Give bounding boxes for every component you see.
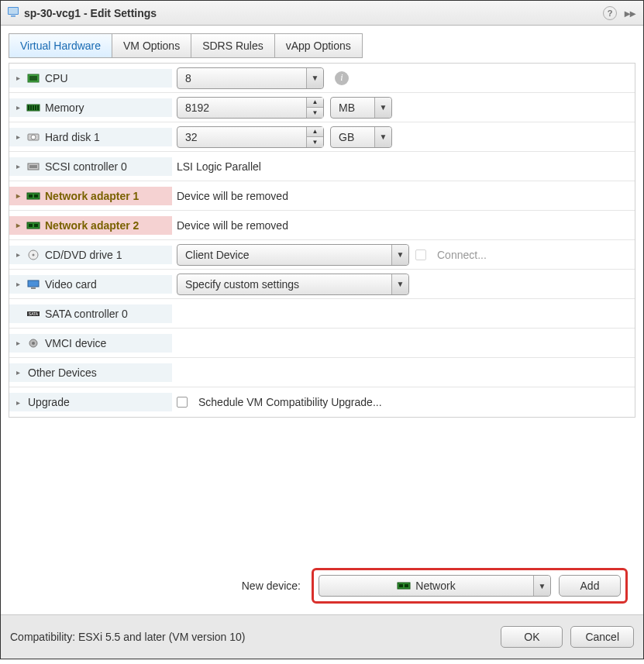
row-scsi: ▸ SCSI controller 0 LSI Logic Parallel <box>9 152 635 181</box>
add-button[interactable]: Add <box>559 575 621 597</box>
expand-icon[interactable]: ▸▸ <box>623 6 637 20</box>
upgrade-checkbox[interactable] <box>177 397 188 408</box>
svg-point-28 <box>32 342 35 345</box>
harddisk-input[interactable]: 32 ▲▼ <box>177 126 324 148</box>
new-device-area: New device: Network ▼ Add <box>9 557 635 614</box>
cddvd-label: CD/DVD drive 1 <box>45 249 122 261</box>
sata-icon: SATA <box>26 308 40 319</box>
edit-settings-dialog: sp-30-vcg1 - Edit Settings ? ▸▸ Virtual … <box>0 0 644 659</box>
expand-icon[interactable]: ▸ <box>14 339 22 347</box>
svg-rect-17 <box>34 194 38 198</box>
expand-icon[interactable]: ▸ <box>14 163 22 170</box>
spinner-up-icon[interactable]: ▲ <box>307 98 323 108</box>
help-icon[interactable]: ? <box>603 6 617 20</box>
dropdown-icon: ▼ <box>533 576 550 596</box>
cancel-button[interactable]: Cancel <box>570 626 634 648</box>
expand-icon[interactable]: ▸ <box>14 192 22 200</box>
gear-icon <box>26 338 40 349</box>
spinner-down-icon[interactable]: ▼ <box>307 108 323 118</box>
svg-text:SATA: SATA <box>29 311 39 316</box>
expand-icon[interactable]: ▸ <box>14 104 22 112</box>
info-icon[interactable]: i <box>335 71 349 85</box>
window-title: sp-30-vcg1 - Edit Settings <box>24 7 157 19</box>
expand-icon[interactable]: ▸ <box>14 222 22 229</box>
tab-virtual-hardware[interactable]: Virtual Hardware <box>9 33 112 58</box>
titlebar: sp-30-vcg1 - Edit Settings ? ▸▸ <box>1 1 643 26</box>
expand-icon[interactable]: ▸ <box>14 369 22 377</box>
ok-button[interactable]: OK <box>501 626 563 648</box>
row-video: ▸ Video card Specify custom settings ▼ <box>9 270 635 299</box>
scsi-icon <box>26 161 40 172</box>
tabs: Virtual Hardware VM Options SDRS Rules v… <box>9 33 635 58</box>
svg-rect-10 <box>37 105 39 110</box>
svg-rect-4 <box>29 76 37 81</box>
compatibility-text: Compatibility: ESXi 5.5 and later (VM ve… <box>10 631 245 643</box>
video-select[interactable]: Specify custom settings ▼ <box>177 274 409 295</box>
connect-label: Connect... <box>437 249 487 261</box>
dialog-footer: Compatibility: ESXi 5.5 and later (VM ve… <box>1 614 643 659</box>
disc-icon <box>26 249 40 260</box>
spinner-down-icon[interactable]: ▼ <box>307 137 323 147</box>
svg-rect-20 <box>34 224 38 227</box>
svg-rect-8 <box>33 105 34 110</box>
tab-vapp-options[interactable]: vApp Options <box>274 33 363 58</box>
svg-rect-31 <box>405 584 408 587</box>
dropdown-icon: ▼ <box>374 127 391 147</box>
row-harddisk: ▸ Hard disk 1 32 ▲▼ GB ▼ <box>9 122 635 152</box>
upgrade-checkbox-label: Schedule VM Compatibility Upgrade... <box>198 396 382 408</box>
svg-rect-9 <box>35 105 36 110</box>
svg-rect-6 <box>28 105 29 110</box>
expand-icon[interactable]: ▸ <box>14 280 22 288</box>
row-cpu: ▸ CPU 8 ▼ i <box>9 64 635 93</box>
memory-label: Memory <box>45 101 84 114</box>
memory-unit-select[interactable]: MB ▼ <box>330 97 392 119</box>
hardware-table: ▸ CPU 8 ▼ i ▸ <box>9 63 635 418</box>
svg-rect-2 <box>11 15 15 17</box>
expand-icon[interactable]: ▸ <box>14 74 22 82</box>
cddvd-select[interactable]: Client Device ▼ <box>177 244 409 266</box>
sata-label: SATA controller 0 <box>45 308 128 320</box>
expand-icon[interactable]: ▸ <box>14 133 22 141</box>
cpu-label: CPU <box>45 72 68 84</box>
harddisk-unit-select[interactable]: GB ▼ <box>330 126 392 148</box>
cpu-select[interactable]: 8 ▼ <box>177 67 324 89</box>
upgrade-label: Upgrade <box>28 396 70 408</box>
row-vmci: ▸ VMCI device <box>9 329 635 358</box>
svg-rect-16 <box>29 194 33 198</box>
net1-label: Network adapter 1 <box>45 190 139 202</box>
dropdown-icon: ▼ <box>374 98 391 118</box>
svg-rect-19 <box>29 224 33 227</box>
row-other: ▸ Other Devices <box>9 358 635 387</box>
expand-icon[interactable]: ▸ <box>14 251 22 259</box>
tab-vm-options[interactable]: VM Options <box>112 33 191 58</box>
row-network-adapter-2: ▸ Network adapter 2 Device will be remov… <box>9 211 635 240</box>
harddisk-label: Hard disk 1 <box>45 131 100 143</box>
scsi-value: LSI Logic Parallel <box>177 160 261 173</box>
vm-icon <box>7 5 24 20</box>
row-memory: ▸ Memory 8192 ▲▼ MB ▼ <box>9 93 635 122</box>
svg-rect-14 <box>29 165 37 168</box>
video-label: Video card <box>45 278 97 291</box>
network-icon <box>26 191 40 201</box>
svg-rect-23 <box>28 280 39 287</box>
svg-rect-30 <box>399 584 403 587</box>
memory-icon <box>26 102 40 113</box>
memory-input[interactable]: 8192 ▲▼ <box>177 97 324 119</box>
svg-rect-24 <box>31 287 36 289</box>
spinner-up-icon[interactable]: ▲ <box>307 127 323 138</box>
row-network-adapter-1: ▸ Network adapter 1 Device will be remov… <box>9 181 635 211</box>
row-cddvd: ▸ CD/DVD drive 1 Client Device ▼ Connect… <box>9 240 635 270</box>
new-device-select[interactable]: Network ▼ <box>319 575 551 597</box>
row-upgrade: ▸ Upgrade Schedule VM Compatibility Upgr… <box>9 387 635 417</box>
svg-point-22 <box>33 253 35 256</box>
dropdown-icon: ▼ <box>391 245 408 265</box>
highlight-box: Network ▼ Add <box>312 568 628 604</box>
net1-value: Device will be removed <box>177 190 288 202</box>
scsi-label: SCSI controller 0 <box>45 160 127 173</box>
svg-rect-1 <box>9 8 18 14</box>
vmci-label: VMCI device <box>45 337 106 349</box>
expand-icon[interactable]: ▸ <box>14 398 22 406</box>
tab-sdrs-rules[interactable]: SDRS Rules <box>191 33 275 58</box>
other-label: Other Devices <box>28 366 97 379</box>
connect-checkbox[interactable] <box>415 249 426 260</box>
